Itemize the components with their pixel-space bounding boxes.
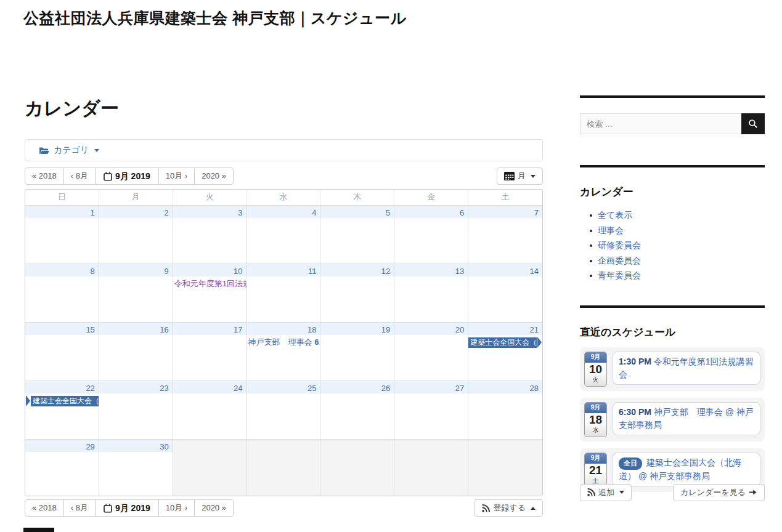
upcoming-event-list: 9月10火1:30 PM 令和元年度第1回法規講習会9月18水6:30 PM 神…: [580, 347, 765, 492]
event-link[interactable]: 1:30 PM 令和元年度第1回法規講習会: [613, 352, 760, 385]
subscribe-button[interactable]: 登録する: [474, 499, 543, 517]
day-strip: 15: [25, 323, 99, 335]
sidebar-divider: [580, 305, 765, 308]
category-link[interactable]: 理事会: [598, 225, 624, 236]
calendar-cell: 19: [320, 323, 394, 381]
day-strip: 7: [468, 206, 542, 218]
calendar-cell: 22建築士会全国大会（北海道）: [25, 381, 99, 439]
category-link[interactable]: 研修委員会: [598, 240, 641, 251]
current-month-button[interactable]: 9月 2019: [95, 167, 159, 185]
footer-bar: [23, 528, 54, 532]
calendar-day-number[interactable]: 6: [460, 208, 464, 217]
calendar-day-number[interactable]: 9: [164, 267, 168, 276]
calendar-day-number[interactable]: 28: [530, 384, 539, 393]
calendar-day-number[interactable]: 29: [86, 442, 94, 451]
calendar-day-number[interactable]: 8: [91, 267, 95, 276]
calendar-cell: 6: [394, 206, 468, 264]
day-strip: 1: [25, 206, 99, 218]
next-month-button[interactable]: 10月 ›: [158, 167, 195, 185]
page-title: 公益社団法人兵庫県建築士会 神戸支部｜スケジュール: [23, 8, 407, 28]
calendar-day-number[interactable]: 1: [91, 208, 95, 217]
day-strip: 6: [394, 206, 468, 218]
calendar-cell: 17: [173, 323, 247, 381]
calendar-event[interactable]: 神戸支部 理事会 6:30 PM: [247, 335, 320, 348]
category-link[interactable]: 青年委員会: [598, 270, 641, 281]
calendar-cell: 20: [394, 323, 468, 381]
prev-month-button[interactable]: ‹ 8月: [63, 167, 96, 185]
event-link[interactable]: 全日 建築士会全国大会（北海道） @ 神戸支部事務局: [613, 453, 760, 486]
calendar-cell: 24: [173, 381, 247, 439]
date-badge-month: 9月: [585, 453, 606, 464]
view-mode-dropdown[interactable]: 月: [497, 167, 543, 185]
calendar-day-number[interactable]: 15: [86, 325, 94, 334]
calendar-day-number[interactable]: 20: [455, 325, 464, 334]
day-strip: 19: [320, 323, 394, 335]
calendar-day-number[interactable]: 26: [381, 384, 390, 393]
date-badge-day: 10: [585, 363, 606, 376]
calendar-day-number[interactable]: 3: [238, 208, 242, 217]
calendar-event-multiday[interactable]: 建築士会全国大会（北海道）: [468, 337, 542, 348]
calendar-day-number[interactable]: 12: [381, 267, 390, 276]
calendar-event-multiday[interactable]: 建築士会全国大会（北海道）: [25, 395, 99, 406]
day-strip: 24: [173, 381, 246, 393]
rss-icon: [482, 504, 490, 512]
calendar-day-number[interactable]: 2: [164, 208, 168, 217]
chevron-down-icon: [531, 175, 536, 178]
calendar-cell: 30: [99, 440, 173, 496]
prev-month-button[interactable]: ‹ 8月: [63, 499, 96, 517]
calendar-day-number[interactable]: 14: [530, 267, 539, 276]
calendar-day-number[interactable]: 4: [312, 208, 316, 217]
calendar-day-number[interactable]: 23: [160, 384, 168, 393]
calendar-day-number[interactable]: 19: [381, 325, 390, 334]
calendar-cell: [247, 440, 321, 496]
day-strip: 22: [25, 381, 99, 393]
continues-to-arrow-icon: [537, 337, 542, 348]
current-month-button[interactable]: 9月 2019: [95, 499, 159, 517]
search-button[interactable]: [741, 113, 765, 134]
next-month-button[interactable]: 10月 ›: [158, 499, 195, 517]
calendar-day-number[interactable]: 21: [530, 325, 539, 334]
calendar-week-row: 22建築士会全国大会（北海道）232425262728: [25, 381, 542, 439]
calendar-day-number[interactable]: 18: [308, 325, 316, 334]
weekday-header-row: 日月火水木金土: [25, 190, 542, 205]
add-subscribe-button[interactable]: 追加: [580, 484, 632, 501]
allday-badge: 全日: [619, 457, 642, 470]
view-calendar-button[interactable]: カレンダーを見る: [673, 484, 765, 501]
next-year-button[interactable]: 2020 »: [194, 499, 234, 517]
calendar-day-number[interactable]: 13: [455, 267, 464, 276]
calendar-day-number[interactable]: 7: [534, 208, 539, 217]
upcoming-event-card: 9月18水6:30 PM 神戸支部 理事会 @ 神戸支部事務局: [580, 398, 765, 441]
calendar-day-number[interactable]: 25: [308, 384, 316, 393]
category-filter-dropdown[interactable]: カテゴリ: [25, 139, 543, 161]
sidebar-divider: [580, 95, 765, 98]
calendar-week-row: 2930: [25, 439, 542, 496]
calendar-day-number[interactable]: 30: [160, 442, 168, 451]
category-link[interactable]: 全て表示: [598, 210, 632, 221]
event-link[interactable]: 6:30 PM 神戸支部 理事会 @ 神戸支部事務局: [613, 402, 760, 435]
category-link[interactable]: 企画委員会: [598, 256, 641, 267]
category-filter-label: カテゴリ: [54, 145, 89, 156]
day-strip: 14: [468, 264, 542, 276]
next-year-button[interactable]: 2020 »: [194, 167, 234, 185]
search-input[interactable]: [580, 113, 741, 134]
prev-year-button[interactable]: « 2018: [25, 499, 64, 517]
upcoming-event-card: 9月10火1:30 PM 令和元年度第1回法規講習会: [580, 347, 765, 391]
day-strip: 17: [173, 323, 246, 335]
sidebar-calendar-heading: カレンダー: [580, 185, 633, 199]
prev-year-button[interactable]: « 2018: [25, 167, 64, 185]
calendar-day-number[interactable]: 16: [160, 325, 168, 334]
folder-open-icon: [39, 147, 49, 155]
calendar-event[interactable]: 令和元年度第1回法規講習会: [173, 276, 246, 289]
day-strip: 4: [247, 206, 320, 218]
day-strip: 18: [247, 323, 320, 335]
calendar-day-number[interactable]: 24: [234, 384, 242, 393]
weekday-header: 金: [394, 190, 468, 205]
calendar-day-number[interactable]: 5: [386, 208, 390, 217]
calendar-cell: 5: [320, 206, 394, 264]
calendar-day-number[interactable]: 10: [234, 267, 242, 276]
calendar-day-number[interactable]: 22: [86, 384, 94, 393]
date-badge-weekday: 水: [585, 426, 606, 437]
calendar-day-number[interactable]: 27: [455, 384, 464, 393]
calendar-day-number[interactable]: 11: [308, 267, 317, 276]
calendar-day-number[interactable]: 17: [234, 325, 242, 334]
